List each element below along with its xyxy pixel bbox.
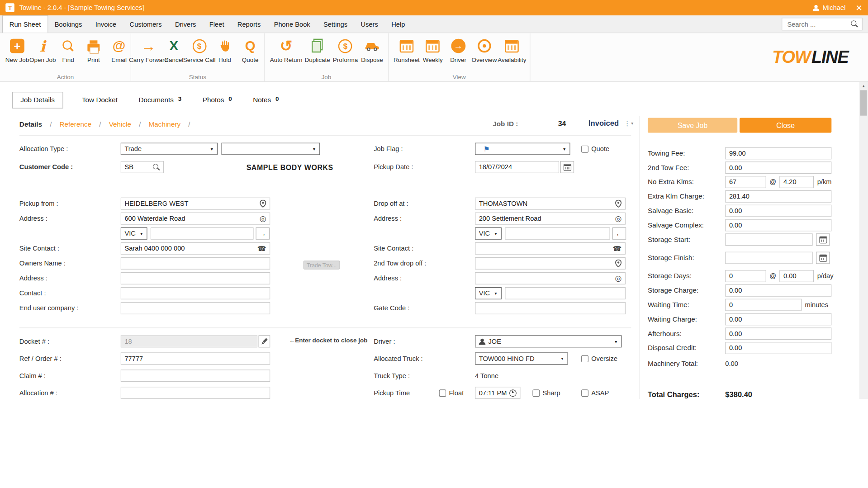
quote-checkbox[interactable] bbox=[581, 145, 588, 152]
menu-help[interactable]: Help bbox=[385, 15, 412, 33]
close-icon[interactable]: ✕ bbox=[855, 4, 862, 12]
clock-icon[interactable] bbox=[509, 389, 517, 397]
extra-klm-charge-input[interactable] bbox=[725, 190, 831, 203]
allocation-number-input[interactable] bbox=[121, 387, 270, 399]
copy-address-right-button[interactable]: → bbox=[256, 227, 270, 240]
site-contact-input[interactable] bbox=[124, 243, 254, 254]
menu-drivers[interactable]: Drivers bbox=[168, 15, 203, 33]
menu-settings[interactable]: Settings bbox=[317, 15, 354, 33]
owners-address-input[interactable] bbox=[121, 272, 270, 284]
user-menu[interactable]: Michael bbox=[813, 4, 846, 12]
phone-icon[interactable]: ☎ bbox=[257, 245, 266, 252]
menu-reports[interactable]: Reports bbox=[231, 15, 267, 33]
pickup-address-input[interactable] bbox=[124, 213, 256, 224]
status-menu-button[interactable]: ⋮▾ bbox=[624, 119, 633, 127]
allocated-truck-select[interactable]: TOW000 HINO FD ▼ bbox=[475, 352, 568, 365]
pickup-from-input[interactable] bbox=[124, 198, 257, 209]
per-km-rate-input[interactable] bbox=[779, 176, 814, 188]
tab-documents[interactable]: Documents3 bbox=[137, 92, 184, 108]
no-extra-klms-input[interactable] bbox=[725, 176, 766, 188]
storage-finish-input[interactable] bbox=[725, 252, 812, 264]
salvage-basic-input[interactable] bbox=[725, 205, 831, 217]
tab-notes[interactable]: Notes0 bbox=[251, 92, 281, 108]
storage-start-calendar-button[interactable] bbox=[816, 233, 830, 246]
drop-suburb-input[interactable] bbox=[505, 227, 610, 240]
drop-state-select[interactable]: VIC ▼ bbox=[475, 227, 502, 240]
storage-days-input[interactable] bbox=[725, 270, 766, 282]
pickup-time-input[interactable] bbox=[479, 387, 507, 398]
storage-finish-calendar-button[interactable] bbox=[816, 252, 830, 264]
second-tow-input[interactable] bbox=[479, 258, 612, 269]
scrollbar-thumb[interactable] bbox=[860, 90, 867, 115]
towing-fee-input[interactable] bbox=[725, 147, 831, 159]
trade-tow-button[interactable]: Trade Tow... bbox=[304, 261, 340, 270]
tab-tow-docket[interactable]: Tow Docket bbox=[80, 92, 120, 108]
menu-phone-book[interactable]: Phone Book bbox=[267, 15, 317, 33]
menu-run-sheet[interactable]: Run Sheet bbox=[2, 15, 48, 33]
location-pin-icon[interactable] bbox=[615, 200, 622, 208]
menu-fleet[interactable]: Fleet bbox=[203, 15, 231, 33]
second-tow-fee-input[interactable] bbox=[725, 161, 831, 174]
pickup-asap-checkbox[interactable] bbox=[581, 389, 588, 397]
drop-off-input[interactable] bbox=[479, 198, 612, 209]
job-flag-select[interactable]: ⚑ ▼ bbox=[475, 143, 570, 155]
gate-code-input[interactable] bbox=[475, 302, 626, 314]
owners-name-input[interactable] bbox=[121, 257, 270, 270]
geolocate-icon[interactable]: ◎ bbox=[260, 215, 266, 223]
ref-order-input[interactable] bbox=[121, 352, 270, 365]
menu-bookings[interactable]: Bookings bbox=[48, 15, 89, 33]
location-pin-icon[interactable] bbox=[260, 200, 266, 208]
disposal-credit-input[interactable] bbox=[725, 342, 831, 354]
vertical-scrollbar[interactable]: ▲ ▼ bbox=[859, 82, 868, 399]
pickup-date-calendar-button[interactable] bbox=[560, 161, 574, 173]
pickup-time-field bbox=[475, 387, 520, 399]
close-button[interactable]: Close bbox=[740, 118, 831, 133]
docket-edit-button[interactable] bbox=[259, 335, 270, 347]
pickup-state-select[interactable]: VIC ▼ bbox=[121, 227, 147, 240]
subtab-vehicle[interactable]: Vehicle bbox=[109, 121, 131, 128]
oversize-checkbox[interactable] bbox=[581, 355, 588, 362]
second-state-select[interactable]: VIC ▼ bbox=[475, 287, 502, 299]
subtab-machinery[interactable]: Machinery bbox=[149, 121, 181, 128]
subtab-details[interactable]: Details bbox=[19, 121, 42, 128]
phone-icon[interactable]: ☎ bbox=[613, 245, 622, 252]
customer-code-input[interactable] bbox=[124, 161, 150, 172]
drop-site-contact-input[interactable] bbox=[479, 243, 610, 254]
pickup-date-input[interactable] bbox=[479, 161, 555, 172]
afterhours-input[interactable] bbox=[725, 327, 831, 340]
tab-job-details[interactable]: Job Details bbox=[12, 92, 63, 109]
scroll-up-icon[interactable]: ▲ bbox=[859, 82, 868, 90]
per-day-rate-input[interactable] bbox=[779, 270, 814, 282]
copy-address-left-button[interactable]: ← bbox=[612, 227, 626, 240]
claim-input[interactable] bbox=[121, 370, 270, 382]
second-address-input[interactable] bbox=[479, 273, 612, 284]
allocation-type-select[interactable]: Trade ▼ bbox=[121, 143, 218, 155]
pickup-suburb-input[interactable] bbox=[151, 227, 254, 240]
location-pin-icon[interactable] bbox=[615, 260, 622, 267]
search-input[interactable] bbox=[786, 19, 848, 28]
waiting-time-input[interactable] bbox=[725, 299, 802, 311]
float-checkbox[interactable] bbox=[439, 389, 446, 397]
allocation-subtype-select[interactable]: ▼ bbox=[222, 143, 320, 155]
storage-charge-input[interactable] bbox=[725, 284, 831, 297]
geolocate-icon[interactable]: ◎ bbox=[615, 215, 621, 223]
menu-invoice[interactable]: Invoice bbox=[89, 15, 123, 33]
search-icon[interactable] bbox=[851, 20, 858, 28]
pickup-sharp-checkbox[interactable] bbox=[532, 389, 540, 397]
owners-contact-input[interactable] bbox=[121, 287, 270, 299]
menu-customers[interactable]: Customers bbox=[123, 15, 168, 33]
save-job-button[interactable]: Save Job bbox=[648, 118, 737, 133]
geolocate-icon[interactable]: ◎ bbox=[615, 275, 621, 282]
second-suburb-input[interactable] bbox=[505, 287, 626, 299]
end-user-company-input[interactable] bbox=[121, 302, 270, 314]
driver-select[interactable]: JOE ▼ bbox=[475, 335, 621, 347]
storage-start-input[interactable] bbox=[725, 233, 812, 246]
tab-photos[interactable]: Photos0 bbox=[200, 92, 234, 108]
docket-input[interactable] bbox=[121, 335, 257, 347]
drop-address-input[interactable] bbox=[479, 213, 612, 224]
menu-users[interactable]: Users bbox=[354, 15, 385, 33]
waiting-charge-input[interactable] bbox=[725, 313, 831, 325]
salvage-complex-input[interactable] bbox=[725, 219, 831, 231]
customer-search-icon[interactable] bbox=[153, 164, 160, 171]
subtab-reference[interactable]: Reference bbox=[60, 121, 92, 128]
